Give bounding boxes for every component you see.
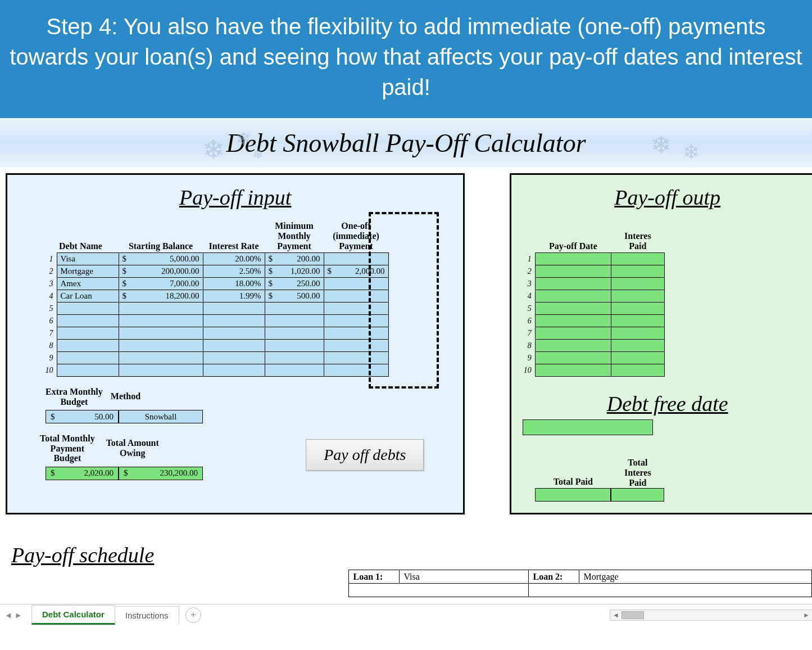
row-number: 4 xyxy=(44,290,57,303)
scroll-right-icon[interactable]: ► xyxy=(801,611,812,619)
instruction-banner: Step 4: You also have the flexibility to… xyxy=(0,0,812,118)
min-payment-cell[interactable] xyxy=(265,340,324,352)
min-payment-cell[interactable] xyxy=(265,315,324,327)
table-row: 5 xyxy=(523,303,664,315)
row-number: 10 xyxy=(523,364,535,377)
debt-input-table: Debt Name Starting Balance Interest Rate… xyxy=(44,221,389,377)
payoff-date-cell xyxy=(535,364,611,377)
starting-balance-cell[interactable] xyxy=(119,315,203,327)
interest-rate-cell[interactable]: 1.99% xyxy=(203,290,265,303)
payoff-schedule-table: Loan 1: Visa Loan 2: Mortgage xyxy=(6,570,812,597)
table-row: 9 xyxy=(523,352,664,364)
interest-rate-cell[interactable]: 20.00% xyxy=(203,253,265,265)
sheet-nav-prev-icon[interactable]: ◄ xyxy=(4,611,12,620)
min-payment-cell[interactable]: $200.00 xyxy=(265,253,324,265)
input-heading: Pay-off input xyxy=(24,185,446,210)
scroll-left-icon[interactable]: ◄ xyxy=(610,611,622,619)
starting-balance-cell[interactable] xyxy=(119,327,203,340)
debt-name-cell[interactable]: Mortgage xyxy=(57,265,119,278)
debt-name-cell[interactable] xyxy=(57,303,119,315)
extra-budget-label: Extra MonthlyBudget xyxy=(46,387,103,407)
pay-off-debts-button[interactable]: Pay off debts xyxy=(306,439,424,471)
min-payment-cell[interactable] xyxy=(265,364,324,377)
method-label: Method xyxy=(111,387,140,401)
debt-name-cell[interactable] xyxy=(57,340,119,352)
tab-instructions[interactable]: Instructions xyxy=(115,606,179,624)
interest-rate-cell[interactable]: 2.50% xyxy=(203,265,265,278)
debt-name-cell[interactable] xyxy=(57,315,119,327)
debt-name-cell[interactable]: Visa xyxy=(57,253,119,265)
payoff-date-cell xyxy=(535,290,611,303)
col-starting-balance: Starting Balance xyxy=(119,221,203,253)
min-payment-cell[interactable]: $250.00 xyxy=(265,278,324,290)
starting-balance-cell[interactable]: $7,000.00 xyxy=(119,278,203,290)
row-number: 8 xyxy=(523,340,535,352)
interest-rate-cell[interactable] xyxy=(203,303,265,315)
interest-paid-cell xyxy=(611,352,664,364)
interest-paid-cell xyxy=(611,364,664,377)
row-number: 1 xyxy=(523,253,535,265)
payoff-output-panel: Pay-off outp Pay-off Date InteresPaid 12… xyxy=(510,173,812,514)
min-payment-cell[interactable]: $500.00 xyxy=(265,290,324,303)
oneoff-payment-cell[interactable] xyxy=(324,253,388,265)
col-payoff-date: Pay-off Date xyxy=(535,231,611,253)
debt-name-cell[interactable]: Car Loan xyxy=(57,290,119,303)
starting-balance-cell[interactable]: $200,000.00 xyxy=(119,265,203,278)
col-min-payment: MinimumMonthlyPayment xyxy=(265,221,324,253)
sheet-nav-next-icon[interactable]: ► xyxy=(15,611,22,620)
interest-rate-cell[interactable]: 18.00% xyxy=(203,278,265,290)
document-title: Debt Snowball Pay-Off Calculator xyxy=(226,128,586,158)
debt-name-cell[interactable] xyxy=(57,327,119,340)
extra-budget-cell[interactable]: $50.00 xyxy=(46,410,119,423)
debt-name-cell[interactable] xyxy=(57,352,119,364)
starting-balance-cell[interactable] xyxy=(119,352,203,364)
starting-balance-cell[interactable]: $18,200.00 xyxy=(119,290,203,303)
method-cell[interactable]: Snowball xyxy=(119,410,203,423)
interest-rate-cell[interactable] xyxy=(203,315,265,327)
interest-rate-cell[interactable] xyxy=(203,340,265,352)
min-payment-cell[interactable] xyxy=(265,327,324,340)
row-number: 5 xyxy=(523,303,535,315)
oneoff-payment-cell[interactable] xyxy=(324,315,388,327)
table-row: 7 xyxy=(523,327,664,340)
interest-paid-cell xyxy=(611,327,664,340)
debt-name-cell[interactable]: Amex xyxy=(57,278,119,290)
starting-balance-cell[interactable]: $5,000.00 xyxy=(119,253,203,265)
min-payment-cell[interactable] xyxy=(265,352,324,364)
interest-rate-cell[interactable] xyxy=(203,364,265,377)
oneoff-payment-cell[interactable] xyxy=(324,352,388,364)
scrollbar-thumb[interactable] xyxy=(622,611,644,619)
oneoff-payment-cell[interactable] xyxy=(324,340,388,352)
starting-balance-cell[interactable] xyxy=(119,303,203,315)
payoff-date-cell xyxy=(535,278,611,290)
table-row: 4 xyxy=(523,290,664,303)
col-oneoff-payment: One-off(immediate)Payment xyxy=(324,221,388,253)
oneoff-payment-cell[interactable] xyxy=(324,327,388,340)
table-row: 2Mortgage$200,000.002.50%$1,020.00$2,000… xyxy=(44,265,388,278)
payoff-date-cell xyxy=(535,352,611,364)
oneoff-payment-cell[interactable] xyxy=(324,290,388,303)
interest-paid-cell xyxy=(611,290,664,303)
oneoff-payment-cell[interactable] xyxy=(324,364,388,377)
interest-paid-cell xyxy=(611,253,664,265)
min-payment-cell[interactable]: $1,020.00 xyxy=(265,265,324,278)
oneoff-payment-cell[interactable] xyxy=(324,303,388,315)
starting-balance-cell[interactable] xyxy=(119,364,203,377)
tab-debt-calculator[interactable]: Debt Calculator xyxy=(31,605,115,625)
debt-name-cell[interactable] xyxy=(57,364,119,377)
total-monthly-cell: $2,020.00 xyxy=(46,467,119,480)
add-sheet-button[interactable]: ＋ xyxy=(185,607,201,623)
payoff-date-cell xyxy=(535,340,611,352)
payoff-date-cell xyxy=(535,265,611,278)
total-paid-cell xyxy=(535,488,611,502)
interest-rate-cell[interactable] xyxy=(203,352,265,364)
table-row: 5 xyxy=(44,303,388,315)
total-owing-cell: $230,200.00 xyxy=(119,467,203,480)
min-payment-cell[interactable] xyxy=(265,303,324,315)
interest-rate-cell[interactable] xyxy=(203,327,265,340)
starting-balance-cell[interactable] xyxy=(119,340,203,352)
oneoff-payment-cell[interactable]: $2,000.00 xyxy=(324,265,388,278)
row-number: 5 xyxy=(44,303,57,315)
oneoff-payment-cell[interactable] xyxy=(324,278,388,290)
horizontal-scrollbar[interactable]: ◄ ► xyxy=(610,610,812,621)
